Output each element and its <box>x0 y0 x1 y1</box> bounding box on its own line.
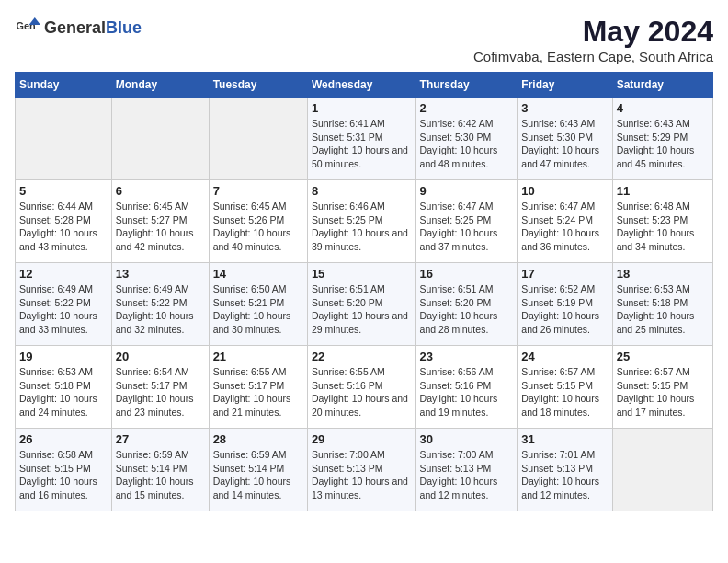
calendar-cell: 22Sunrise: 6:55 AMSunset: 5:16 PMDayligh… <box>307 346 415 429</box>
day-info: Sunrise: 6:52 AMSunset: 5:19 PMDaylight:… <box>521 282 608 337</box>
calendar-cell: 11Sunrise: 6:48 AMSunset: 5:23 PMDayligh… <box>612 180 712 263</box>
calendar-cell: 3Sunrise: 6:43 AMSunset: 5:30 PMDaylight… <box>518 98 612 180</box>
day-number: 5 <box>19 184 108 198</box>
calendar-cell: 25Sunrise: 6:57 AMSunset: 5:15 PMDayligh… <box>612 346 712 429</box>
day-info: Sunrise: 6:58 AMSunset: 5:15 PMDaylight:… <box>19 448 108 502</box>
day-info: Sunrise: 6:44 AMSunset: 5:28 PMDaylight:… <box>19 200 108 254</box>
day-info: Sunrise: 6:42 AMSunset: 5:30 PMDaylight:… <box>420 117 514 171</box>
calendar-cell: 28Sunrise: 6:59 AMSunset: 5:14 PMDayligh… <box>209 429 307 511</box>
weekday-header-thursday: Thursday <box>415 73 518 98</box>
day-info: Sunrise: 6:47 AMSunset: 5:24 PMDaylight:… <box>521 200 608 254</box>
calendar-cell: 26Sunrise: 6:58 AMSunset: 5:15 PMDayligh… <box>16 429 112 511</box>
day-number: 11 <box>617 184 709 198</box>
day-number: 2 <box>420 101 514 115</box>
day-info: Sunrise: 6:59 AMSunset: 5:14 PMDaylight:… <box>116 448 205 502</box>
calendar-cell: 6Sunrise: 6:45 AMSunset: 5:27 PMDaylight… <box>111 180 209 263</box>
day-info: Sunrise: 6:56 AMSunset: 5:16 PMDaylight:… <box>420 365 514 419</box>
day-number: 20 <box>116 350 205 363</box>
calendar-cell <box>16 98 112 180</box>
day-info: Sunrise: 6:53 AMSunset: 5:18 PMDaylight:… <box>617 282 709 337</box>
calendar-cell: 8Sunrise: 6:46 AMSunset: 5:25 PMDaylight… <box>307 180 415 263</box>
calendar-cell: 23Sunrise: 6:56 AMSunset: 5:16 PMDayligh… <box>415 346 518 429</box>
day-info: Sunrise: 6:49 AMSunset: 5:22 PMDaylight:… <box>116 282 205 337</box>
day-number: 16 <box>420 267 514 281</box>
day-number: 24 <box>521 350 608 363</box>
day-info: Sunrise: 6:50 AMSunset: 5:21 PMDaylight:… <box>213 282 303 337</box>
day-info: Sunrise: 6:48 AMSunset: 5:23 PMDaylight:… <box>617 200 709 254</box>
calendar-cell: 31Sunrise: 7:01 AMSunset: 5:13 PMDayligh… <box>518 429 612 511</box>
main-title: May 2024 <box>473 15 713 49</box>
day-number: 1 <box>312 101 412 115</box>
week-row-5: 26Sunrise: 6:58 AMSunset: 5:15 PMDayligh… <box>16 429 713 511</box>
day-info: Sunrise: 6:57 AMSunset: 5:15 PMDaylight:… <box>521 365 608 419</box>
calendar-table: SundayMondayTuesdayWednesdayThursdayFrid… <box>15 72 713 511</box>
week-row-4: 19Sunrise: 6:53 AMSunset: 5:18 PMDayligh… <box>16 346 713 429</box>
calendar-cell <box>209 98 307 180</box>
calendar-cell: 4Sunrise: 6:43 AMSunset: 5:29 PMDaylight… <box>612 98 712 180</box>
day-number: 7 <box>213 184 303 198</box>
calendar-cell: 2Sunrise: 6:42 AMSunset: 5:30 PMDaylight… <box>415 98 518 180</box>
day-number: 4 <box>617 101 709 115</box>
calendar-cell: 17Sunrise: 6:52 AMSunset: 5:19 PMDayligh… <box>518 263 612 346</box>
logo-blue-text: Blue <box>106 18 142 37</box>
day-number: 13 <box>116 267 205 281</box>
day-info: Sunrise: 6:54 AMSunset: 5:17 PMDaylight:… <box>116 365 205 419</box>
calendar-cell: 10Sunrise: 6:47 AMSunset: 5:24 PMDayligh… <box>518 180 612 263</box>
logo-icon: Gen <box>15 15 40 40</box>
day-info: Sunrise: 6:47 AMSunset: 5:25 PMDaylight:… <box>420 200 514 254</box>
day-info: Sunrise: 6:59 AMSunset: 5:14 PMDaylight:… <box>213 448 303 502</box>
weekday-header-monday: Monday <box>111 73 209 98</box>
day-info: Sunrise: 6:46 AMSunset: 5:25 PMDaylight:… <box>312 200 412 254</box>
logo-general-text: General <box>44 18 106 37</box>
calendar-cell: 15Sunrise: 6:51 AMSunset: 5:20 PMDayligh… <box>307 263 415 346</box>
day-number: 22 <box>312 350 412 363</box>
day-number: 26 <box>19 432 108 446</box>
calendar-cell <box>612 429 712 511</box>
calendar-cell: 7Sunrise: 6:45 AMSunset: 5:26 PMDaylight… <box>209 180 307 263</box>
calendar-cell: 21Sunrise: 6:55 AMSunset: 5:17 PMDayligh… <box>209 346 307 429</box>
calendar-cell: 9Sunrise: 6:47 AMSunset: 5:25 PMDaylight… <box>415 180 518 263</box>
day-number: 8 <box>312 184 412 198</box>
calendar-cell: 13Sunrise: 6:49 AMSunset: 5:22 PMDayligh… <box>111 263 209 346</box>
day-number: 17 <box>521 267 608 281</box>
calendar-cell: 16Sunrise: 6:51 AMSunset: 5:20 PMDayligh… <box>415 263 518 346</box>
day-info: Sunrise: 6:43 AMSunset: 5:30 PMDaylight:… <box>521 117 608 171</box>
day-number: 30 <box>420 432 514 446</box>
day-info: Sunrise: 6:53 AMSunset: 5:18 PMDaylight:… <box>19 365 108 419</box>
day-number: 3 <box>521 101 608 115</box>
calendar-cell: 14Sunrise: 6:50 AMSunset: 5:21 PMDayligh… <box>209 263 307 346</box>
calendar-cell: 24Sunrise: 6:57 AMSunset: 5:15 PMDayligh… <box>518 346 612 429</box>
day-info: Sunrise: 7:00 AMSunset: 5:13 PMDaylight:… <box>312 448 412 502</box>
calendar-cell: 30Sunrise: 7:00 AMSunset: 5:13 PMDayligh… <box>415 429 518 511</box>
day-info: Sunrise: 6:45 AMSunset: 5:26 PMDaylight:… <box>213 200 303 254</box>
calendar-cell: 5Sunrise: 6:44 AMSunset: 5:28 PMDaylight… <box>16 180 112 263</box>
day-info: Sunrise: 6:43 AMSunset: 5:29 PMDaylight:… <box>617 117 709 171</box>
day-info: Sunrise: 6:55 AMSunset: 5:16 PMDaylight:… <box>312 365 412 419</box>
header: Gen GeneralBlue May 2024 Cofimvaba, East… <box>15 15 713 64</box>
week-row-3: 12Sunrise: 6:49 AMSunset: 5:22 PMDayligh… <box>16 263 713 346</box>
day-info: Sunrise: 6:51 AMSunset: 5:20 PMDaylight:… <box>312 282 412 337</box>
day-number: 23 <box>420 350 514 363</box>
week-row-2: 5Sunrise: 6:44 AMSunset: 5:28 PMDaylight… <box>16 180 713 263</box>
day-info: Sunrise: 7:01 AMSunset: 5:13 PMDaylight:… <box>521 448 608 502</box>
title-area: May 2024 Cofimvaba, Eastern Cape, South … <box>473 15 713 64</box>
day-info: Sunrise: 6:57 AMSunset: 5:15 PMDaylight:… <box>617 365 709 419</box>
calendar-cell: 27Sunrise: 6:59 AMSunset: 5:14 PMDayligh… <box>111 429 209 511</box>
weekday-header-saturday: Saturday <box>612 73 712 98</box>
day-number: 12 <box>19 267 108 281</box>
day-info: Sunrise: 7:00 AMSunset: 5:13 PMDaylight:… <box>420 448 514 502</box>
day-number: 29 <box>312 432 412 446</box>
calendar-cell: 29Sunrise: 7:00 AMSunset: 5:13 PMDayligh… <box>307 429 415 511</box>
day-number: 10 <box>521 184 608 198</box>
subtitle: Cofimvaba, Eastern Cape, South Africa <box>473 49 713 64</box>
day-number: 27 <box>116 432 205 446</box>
day-info: Sunrise: 6:45 AMSunset: 5:27 PMDaylight:… <box>116 200 205 254</box>
day-number: 19 <box>19 350 108 363</box>
day-number: 25 <box>617 350 709 363</box>
day-info: Sunrise: 6:55 AMSunset: 5:17 PMDaylight:… <box>213 365 303 419</box>
day-info: Sunrise: 6:41 AMSunset: 5:31 PMDaylight:… <box>312 117 412 171</box>
day-number: 31 <box>521 432 608 446</box>
weekday-header-sunday: Sunday <box>16 73 112 98</box>
calendar-cell: 1Sunrise: 6:41 AMSunset: 5:31 PMDaylight… <box>307 98 415 180</box>
calendar-cell: 18Sunrise: 6:53 AMSunset: 5:18 PMDayligh… <box>612 263 712 346</box>
